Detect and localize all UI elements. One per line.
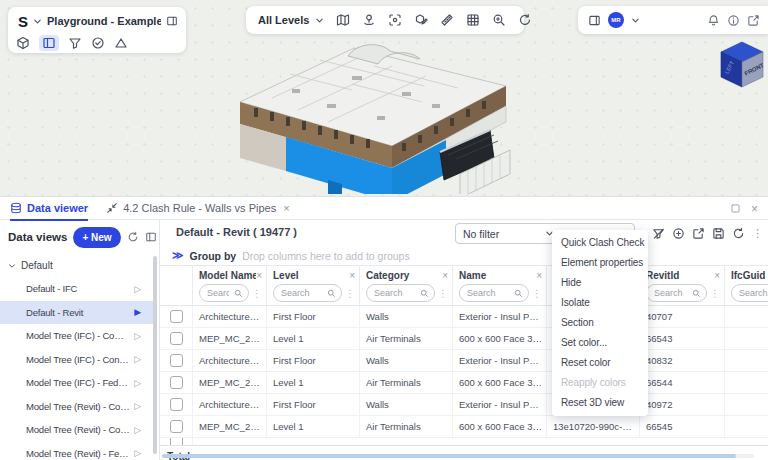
run-view-icon[interactable]: ▷ — [134, 401, 141, 411]
check-circle-icon[interactable] — [91, 36, 105, 50]
column-menu-icon[interactable]: ⋮ — [345, 288, 355, 299]
sidebar-item[interactable]: Model Tree (Revit) - Federated Flo...▷ — [0, 442, 153, 460]
column-search-input[interactable] — [372, 287, 417, 299]
table-row[interactable]: Architecture_MC_20First FloorWallsExteri… — [160, 306, 768, 328]
context-menu-item[interactable]: Set color... — [552, 333, 648, 353]
views-tool-selected[interactable] — [39, 35, 59, 51]
context-menu-item[interactable]: Element properties — [552, 253, 648, 273]
zoom-extents-icon[interactable] — [492, 13, 506, 27]
column-search[interactable] — [731, 284, 768, 302]
row-checkbox[interactable] — [170, 310, 183, 323]
sidebar-item[interactable]: Model Tree (IFC) - Components▷ — [0, 324, 153, 348]
level-filter[interactable]: All Levels — [258, 14, 309, 26]
map-icon[interactable] — [336, 13, 350, 27]
column-close-icon[interactable]: × — [256, 270, 262, 281]
share-icon[interactable] — [747, 14, 760, 27]
table-row[interactable]: Architecture_MC_20First FloorWallsExteri… — [160, 350, 768, 372]
collapse-sidebar-icon[interactable] — [145, 231, 157, 243]
refresh-icon[interactable] — [732, 227, 745, 240]
sidebar-item[interactable]: Model Tree (Revit) - Containment▷ — [0, 418, 153, 442]
row-checkbox[interactable] — [170, 420, 183, 433]
add-comment-icon[interactable] — [672, 227, 685, 240]
run-view-icon[interactable]: ▶ — [134, 307, 141, 317]
tab-close-icon[interactable]: × — [283, 202, 289, 214]
column-search-input[interactable] — [737, 287, 768, 299]
column-menu-icon[interactable]: ⋮ — [532, 288, 542, 299]
row-checkbox[interactable] — [170, 376, 183, 389]
column-menu-icon[interactable]: ⋮ — [438, 288, 448, 299]
sidebar-item[interactable]: Default - Revit▶ — [0, 301, 153, 325]
row-checkbox[interactable] — [170, 438, 183, 445]
table-row[interactable]: MEP_MC_2022.rvtLevel 1Air Terminals600 x… — [160, 416, 768, 438]
focus-target-icon[interactable] — [388, 13, 402, 27]
table-row[interactable]: MEP_MC_2022.rvtLevel 1Air Terminals600 x… — [160, 372, 768, 394]
tree-root-default[interactable]: Default — [0, 254, 153, 277]
run-view-icon[interactable]: ▷ — [134, 425, 141, 435]
more-menu-icon[interactable]: ⋮ — [752, 227, 763, 240]
notifications-bell-icon[interactable] — [707, 14, 720, 27]
table-row[interactable]: Architecture_MC_20First FloorWallsExteri… — [160, 394, 768, 416]
column-search[interactable] — [459, 284, 529, 302]
chevron-down-icon[interactable] — [33, 17, 42, 26]
horizontal-scrollbar[interactable] — [162, 454, 754, 458]
view-cube[interactable]: LEFT FRONT — [719, 40, 765, 90]
column-search-input[interactable] — [652, 287, 689, 299]
column-search[interactable] — [273, 284, 342, 302]
collapse-panel-icon[interactable] — [166, 15, 178, 27]
sidebar-item[interactable]: Model Tree (IFC) - Containment▷ — [0, 348, 153, 372]
column-search-input[interactable] — [465, 287, 511, 299]
group-by-bar[interactable]: ≫ Group by Drop columns here to add to g… — [160, 246, 768, 266]
panel-right-icon[interactable] — [588, 14, 601, 27]
context-menu-item[interactable]: Hide — [552, 273, 648, 293]
row-checkbox[interactable] — [170, 332, 183, 345]
column-close-icon[interactable]: × — [442, 270, 448, 281]
building-model[interactable] — [232, 34, 517, 194]
model-cube-icon[interactable] — [16, 36, 30, 50]
close-panel-icon[interactable]: × — [751, 202, 758, 216]
sidebar-item[interactable]: Default - IFC▷ — [0, 277, 153, 301]
table-row-partial[interactable] — [160, 438, 768, 445]
edit-model-icon[interactable] — [414, 13, 428, 27]
sidebar-item[interactable]: Model Tree (IFC) - Federated Floor▷ — [0, 371, 153, 395]
column-menu-icon[interactable]: ⋮ — [710, 288, 720, 299]
viewport-3d[interactable]: LEFT FRONT S Playground - Example All Le… — [0, 0, 768, 196]
table-row[interactable]: MEP_MC_2022.rvtLevel 1Air Terminals600 x… — [160, 328, 768, 350]
chevron-down-icon[interactable] — [315, 16, 324, 25]
column-search-input[interactable] — [279, 287, 324, 299]
tab-data-viewer[interactable]: Data viewer — [10, 197, 88, 220]
grid-table-icon[interactable] — [466, 13, 480, 27]
column-close-icon[interactable]: × — [536, 270, 542, 281]
user-avatar[interactable]: MR — [608, 12, 624, 28]
measure-icon[interactable] — [440, 13, 454, 27]
column-search[interactable] — [199, 284, 249, 302]
column-menu-icon[interactable]: ⋮ — [252, 288, 262, 299]
context-menu-item[interactable]: Reset color — [552, 353, 648, 373]
triangle-icon[interactable] — [114, 36, 128, 50]
save-icon[interactable] — [712, 227, 725, 240]
context-menu-item[interactable]: Reset 3D view — [552, 393, 648, 413]
clear-filter-icon[interactable] — [652, 227, 665, 240]
tab-clash-rule[interactable]: 4.2 Clash Rule - Walls vs Pipes × — [106, 197, 289, 220]
first-person-icon[interactable] — [362, 13, 376, 27]
run-view-icon[interactable]: ▷ — [134, 448, 141, 458]
filter-icon[interactable] — [68, 36, 82, 50]
row-checkbox[interactable] — [170, 398, 183, 411]
context-menu-item[interactable]: Section — [552, 313, 648, 333]
scrollbar-thumb[interactable] — [162, 454, 736, 458]
sidebar-item[interactable]: Model Tree (Revit) - Components▷ — [0, 395, 153, 419]
column-search[interactable] — [366, 284, 435, 302]
row-checkbox[interactable] — [170, 354, 183, 367]
run-view-icon[interactable]: ▷ — [134, 284, 141, 294]
run-view-icon[interactable]: ▷ — [134, 331, 141, 341]
column-search-input[interactable] — [205, 287, 231, 299]
context-menu-item[interactable]: Quick Clash Check — [552, 233, 648, 253]
chevron-down-icon[interactable] — [631, 16, 640, 25]
app-logo[interactable]: S — [18, 14, 28, 29]
column-close-icon[interactable]: × — [349, 270, 355, 281]
sidebar-scrollbar[interactable] — [153, 256, 157, 454]
column-close-icon[interactable]: × — [714, 270, 720, 281]
reset-view-icon[interactable] — [518, 13, 532, 27]
refresh-icon[interactable] — [127, 231, 139, 243]
run-view-icon[interactable]: ▷ — [134, 354, 141, 364]
maximize-panel-icon[interactable] — [730, 203, 741, 214]
